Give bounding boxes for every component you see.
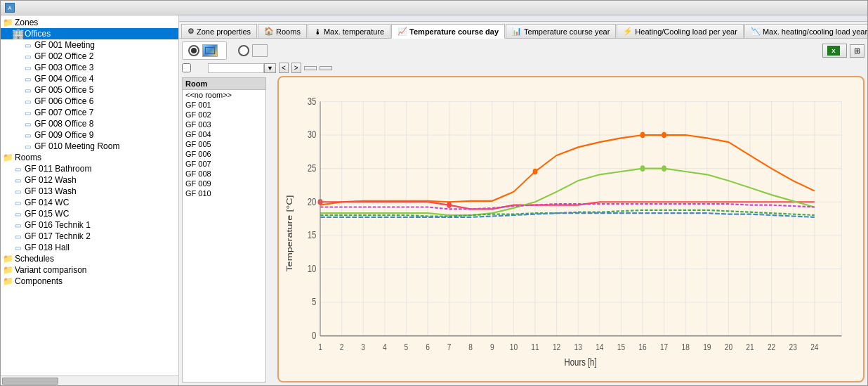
room-icon: ▭ [12, 164, 23, 174]
app-icon: A [5, 3, 15, 13]
date-input[interactable] [208, 63, 264, 73]
tree-item-gf013[interactable]: ▭GF 013 Wash [1, 186, 178, 197]
svg-text:23: 23 [789, 342, 797, 352]
room-list-item[interactable]: GF 007 [183, 159, 265, 169]
tab-rooms[interactable]: 🏠Rooms [258, 24, 307, 38]
tab-max-temperature[interactable]: 🌡Max. temperature [308, 24, 390, 38]
tabs: ⚙Zone properties🏠Rooms🌡Max. temperature📈… [179, 22, 867, 39]
tree-item-offices[interactable]: 🏢Offices [1, 28, 178, 39]
tab-label: Heating/Cooling load per year [635, 27, 737, 36]
room-icon: ▭ [22, 63, 33, 72]
tree-label: GF 001 Meeting [34, 40, 95, 50]
room-list-item[interactable]: GF 003 [183, 120, 265, 129]
svg-text:22: 22 [768, 342, 775, 352]
tree-label: GF 008 Office 8 [34, 119, 94, 129]
tree-item-gf018[interactable]: ▭GF 018 Hall [1, 242, 178, 253]
hottest-day-btn[interactable] [320, 66, 332, 70]
tab-temperature-course-year[interactable]: 📊Temperature course year [506, 24, 616, 38]
room-list-item[interactable]: GF 009 [183, 179, 265, 188]
room-list-item[interactable]: GF 006 [183, 149, 265, 159]
radio-zone-sim[interactable] [188, 45, 199, 56]
tree-label: Components [15, 276, 63, 286]
tree-item-gf003[interactable]: ▭GF 003 Office 3 [1, 62, 178, 73]
tree-item-gf006[interactable]: ▭GF 006 Office 6 [1, 96, 178, 107]
folder-icon: 📁 [2, 18, 13, 27]
tree-label: GF 003 Office 3 [34, 63, 94, 72]
tree-label: Rooms [15, 153, 41, 162]
folder-icon: 📁 [2, 265, 13, 275]
tree-item-gf002[interactable]: ▭GF 002 Office 2 [1, 51, 178, 62]
tree-label: GF 014 WC [25, 198, 69, 207]
room-list-header: Room [183, 78, 265, 90]
room-icon: ▭ [12, 243, 23, 252]
tree-item-gf014[interactable]: ▭GF 014 WC [1, 197, 178, 208]
tree-item-gf009[interactable]: ▭GF 009 Office 9 [1, 129, 178, 141]
room-icon: ▭ [22, 40, 33, 50]
tab-max-heating-cooling[interactable]: 📉Max. heating/cooling load year [744, 24, 867, 38]
tree-label: GF 017 Technik 2 [25, 231, 91, 241]
folder-icon: 📁 [2, 276, 13, 286]
tree-item-schedules[interactable]: 📁Schedules [1, 253, 178, 264]
room-list-item[interactable]: GF 002 [183, 110, 265, 120]
tree-label: GF 002 Office 2 [34, 51, 94, 61]
tree-item-gf011[interactable]: ▭GF 011 Bathroom [1, 163, 178, 174]
svg-point-72 [640, 165, 645, 172]
svg-text:14: 14 [596, 342, 604, 352]
zone-sim-icon [202, 44, 218, 57]
room-list-item[interactable]: GF 001 [183, 100, 265, 110]
tree-label: GF 018 Hall [25, 243, 70, 252]
svg-text:6: 6 [426, 342, 430, 352]
tree-label: GF 011 Bathroom [25, 164, 91, 174]
excel-button[interactable]: X [822, 44, 847, 58]
svg-text:Hours [h]: Hours [h] [565, 356, 597, 368]
zone-prop-icon: ⚙ [188, 27, 195, 36]
climatized-checkbox[interactable] [182, 63, 191, 72]
scrollbar-bottom[interactable] [1, 375, 178, 385]
room-icon: ▭ [22, 51, 33, 61]
room-list-item[interactable]: GF 008 [183, 169, 265, 179]
tree-item-gf007[interactable]: ▭GF 007 Office 7 [1, 107, 178, 118]
svg-text:8: 8 [468, 342, 473, 352]
date-row: ▼ < > [205, 63, 332, 73]
copy-button[interactable]: ⊞ [850, 44, 864, 58]
tab-heating-cooling-load[interactable]: ⚡Heating/Cooling load per year [617, 24, 744, 38]
temp-year-icon: 📊 [512, 27, 522, 36]
tree-item-variant-comparison[interactable]: 📁Variant comparison [1, 264, 178, 276]
prev-date-btn[interactable]: < [279, 63, 289, 73]
room-list-item[interactable]: GF 004 [183, 129, 265, 139]
room-list-item[interactable]: <<no room>> [183, 90, 265, 100]
tree-item-components[interactable]: 📁Components [1, 276, 178, 287]
next-date-btn[interactable]: > [291, 63, 301, 73]
tree-label: Variant comparison [15, 265, 87, 275]
tree-item-gf008[interactable]: ▭GF 008 Office 8 [1, 118, 178, 129]
room-icon: ▭ [22, 74, 33, 84]
svg-text:15: 15 [308, 229, 317, 241]
coldest-day-btn[interactable] [304, 66, 317, 70]
room-list-item[interactable]: GF 005 [183, 139, 265, 149]
tree-item-gf001[interactable]: ▭GF 001 Meeting [1, 39, 178, 51]
tab-label: Zone properties [197, 27, 251, 36]
tree-item-rooms-section[interactable]: 📁Rooms [1, 152, 178, 163]
svg-text:21: 21 [746, 342, 754, 352]
svg-text:30: 30 [308, 129, 317, 141]
tab-temperature-course-day[interactable]: 📈Temperature course day [391, 24, 505, 39]
room-list-item[interactable]: GF 010 [183, 188, 265, 198]
svg-text:13: 13 [574, 342, 582, 352]
tree-item-zones[interactable]: 📁Zones [1, 17, 178, 28]
tab-label: Temperature course day [409, 27, 499, 36]
tree-item-gf004[interactable]: ▭GF 004 Office 4 [1, 73, 178, 84]
tree-item-gf010[interactable]: ▭GF 010 Meeting Room [1, 141, 178, 152]
scroll-thumb[interactable] [2, 378, 58, 385]
tree-item-gf016[interactable]: ▭GF 016 Technik 1 [1, 219, 178, 231]
tree-item-gf017[interactable]: ▭GF 017 Technik 2 [1, 231, 178, 242]
max-heat-icon: 📉 [751, 27, 761, 36]
tree-label: GF 013 Wash [25, 186, 77, 196]
tree-item-gf005[interactable]: ▭GF 005 Office 5 [1, 84, 178, 96]
date-dropdown-btn[interactable]: ▼ [264, 63, 276, 73]
tree-label: GF 006 Office 6 [34, 96, 94, 106]
tree-item-gf012[interactable]: ▭GF 012 Wash [1, 174, 178, 186]
room-icon: ▭ [12, 186, 23, 196]
tab-zone-properties[interactable]: ⚙Zone properties [181, 24, 257, 38]
radio-building[interactable] [238, 45, 249, 56]
tree-item-gf015[interactable]: ▭GF 015 WC [1, 208, 178, 219]
